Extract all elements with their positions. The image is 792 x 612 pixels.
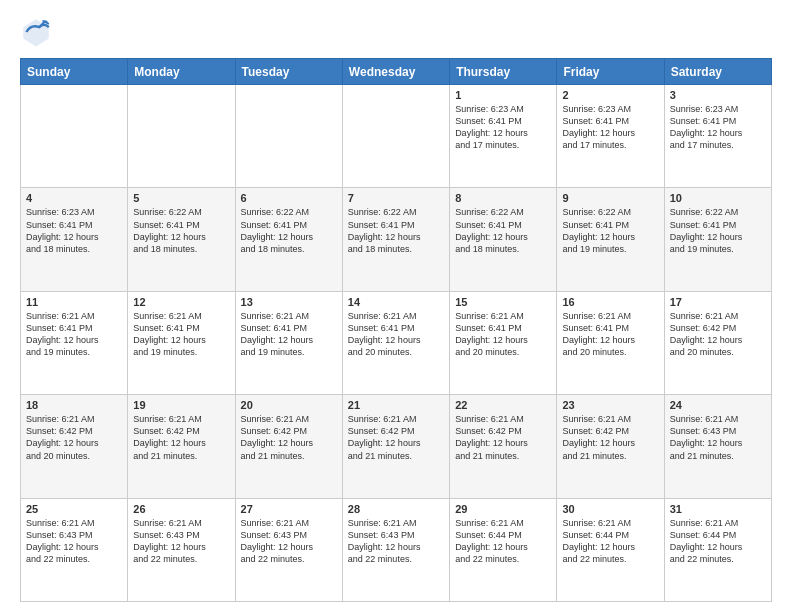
calendar-week-1: 1Sunrise: 6:23 AM Sunset: 6:41 PM Daylig… [21,85,772,188]
day-number: 4 [26,192,122,204]
day-number: 26 [133,503,229,515]
calendar-cell [342,85,449,188]
day-info: Sunrise: 6:21 AM Sunset: 6:43 PM Dayligh… [348,517,444,566]
calendar-cell: 5Sunrise: 6:22 AM Sunset: 6:41 PM Daylig… [128,188,235,291]
day-info: Sunrise: 6:21 AM Sunset: 6:44 PM Dayligh… [562,517,658,566]
day-number: 6 [241,192,337,204]
calendar-cell: 25Sunrise: 6:21 AM Sunset: 6:43 PM Dayli… [21,498,128,601]
calendar-cell: 11Sunrise: 6:21 AM Sunset: 6:41 PM Dayli… [21,291,128,394]
calendar-cell: 28Sunrise: 6:21 AM Sunset: 6:43 PM Dayli… [342,498,449,601]
day-number: 18 [26,399,122,411]
day-info: Sunrise: 6:22 AM Sunset: 6:41 PM Dayligh… [348,206,444,255]
day-number: 5 [133,192,229,204]
calendar-cell: 9Sunrise: 6:22 AM Sunset: 6:41 PM Daylig… [557,188,664,291]
calendar-header-saturday: Saturday [664,59,771,85]
day-number: 8 [455,192,551,204]
day-number: 28 [348,503,444,515]
day-info: Sunrise: 6:23 AM Sunset: 6:41 PM Dayligh… [670,103,766,152]
day-number: 30 [562,503,658,515]
calendar-cell: 30Sunrise: 6:21 AM Sunset: 6:44 PM Dayli… [557,498,664,601]
day-number: 7 [348,192,444,204]
day-number: 14 [348,296,444,308]
calendar-cell: 21Sunrise: 6:21 AM Sunset: 6:42 PM Dayli… [342,395,449,498]
calendar-header-row: SundayMondayTuesdayWednesdayThursdayFrid… [21,59,772,85]
calendar-cell: 31Sunrise: 6:21 AM Sunset: 6:44 PM Dayli… [664,498,771,601]
day-info: Sunrise: 6:22 AM Sunset: 6:41 PM Dayligh… [670,206,766,255]
day-number: 23 [562,399,658,411]
day-number: 16 [562,296,658,308]
day-info: Sunrise: 6:21 AM Sunset: 6:42 PM Dayligh… [241,413,337,462]
day-number: 12 [133,296,229,308]
day-info: Sunrise: 6:21 AM Sunset: 6:43 PM Dayligh… [241,517,337,566]
day-number: 17 [670,296,766,308]
day-info: Sunrise: 6:21 AM Sunset: 6:44 PM Dayligh… [670,517,766,566]
calendar-cell: 7Sunrise: 6:22 AM Sunset: 6:41 PM Daylig… [342,188,449,291]
day-info: Sunrise: 6:21 AM Sunset: 6:42 PM Dayligh… [133,413,229,462]
calendar-cell: 16Sunrise: 6:21 AM Sunset: 6:41 PM Dayli… [557,291,664,394]
calendar-cell [128,85,235,188]
calendar-header-tuesday: Tuesday [235,59,342,85]
day-number: 11 [26,296,122,308]
day-number: 21 [348,399,444,411]
calendar-cell: 19Sunrise: 6:21 AM Sunset: 6:42 PM Dayli… [128,395,235,498]
day-number: 2 [562,89,658,101]
calendar-cell: 4Sunrise: 6:23 AM Sunset: 6:41 PM Daylig… [21,188,128,291]
day-info: Sunrise: 6:21 AM Sunset: 6:41 PM Dayligh… [455,310,551,359]
calendar-cell: 14Sunrise: 6:21 AM Sunset: 6:41 PM Dayli… [342,291,449,394]
day-number: 27 [241,503,337,515]
calendar-header-friday: Friday [557,59,664,85]
calendar-header-thursday: Thursday [450,59,557,85]
calendar-cell: 24Sunrise: 6:21 AM Sunset: 6:43 PM Dayli… [664,395,771,498]
day-info: Sunrise: 6:21 AM Sunset: 6:42 PM Dayligh… [455,413,551,462]
calendar-cell: 12Sunrise: 6:21 AM Sunset: 6:41 PM Dayli… [128,291,235,394]
day-info: Sunrise: 6:21 AM Sunset: 6:41 PM Dayligh… [562,310,658,359]
calendar-cell [21,85,128,188]
calendar-cell: 1Sunrise: 6:23 AM Sunset: 6:41 PM Daylig… [450,85,557,188]
day-info: Sunrise: 6:23 AM Sunset: 6:41 PM Dayligh… [455,103,551,152]
day-number: 1 [455,89,551,101]
calendar-cell: 8Sunrise: 6:22 AM Sunset: 6:41 PM Daylig… [450,188,557,291]
day-info: Sunrise: 6:21 AM Sunset: 6:44 PM Dayligh… [455,517,551,566]
day-info: Sunrise: 6:21 AM Sunset: 6:41 PM Dayligh… [133,310,229,359]
calendar-cell: 10Sunrise: 6:22 AM Sunset: 6:41 PM Dayli… [664,188,771,291]
day-number: 15 [455,296,551,308]
day-info: Sunrise: 6:21 AM Sunset: 6:41 PM Dayligh… [26,310,122,359]
day-number: 3 [670,89,766,101]
day-info: Sunrise: 6:23 AM Sunset: 6:41 PM Dayligh… [26,206,122,255]
calendar-header-monday: Monday [128,59,235,85]
logo [20,16,56,48]
day-number: 9 [562,192,658,204]
day-info: Sunrise: 6:22 AM Sunset: 6:41 PM Dayligh… [455,206,551,255]
calendar-cell: 23Sunrise: 6:21 AM Sunset: 6:42 PM Dayli… [557,395,664,498]
calendar-cell [235,85,342,188]
calendar-cell: 26Sunrise: 6:21 AM Sunset: 6:43 PM Dayli… [128,498,235,601]
day-info: Sunrise: 6:21 AM Sunset: 6:42 PM Dayligh… [562,413,658,462]
calendar-cell: 13Sunrise: 6:21 AM Sunset: 6:41 PM Dayli… [235,291,342,394]
day-info: Sunrise: 6:21 AM Sunset: 6:43 PM Dayligh… [133,517,229,566]
day-info: Sunrise: 6:22 AM Sunset: 6:41 PM Dayligh… [133,206,229,255]
calendar-week-3: 11Sunrise: 6:21 AM Sunset: 6:41 PM Dayli… [21,291,772,394]
day-info: Sunrise: 6:21 AM Sunset: 6:42 PM Dayligh… [348,413,444,462]
calendar-cell: 20Sunrise: 6:21 AM Sunset: 6:42 PM Dayli… [235,395,342,498]
day-number: 13 [241,296,337,308]
day-info: Sunrise: 6:22 AM Sunset: 6:41 PM Dayligh… [241,206,337,255]
logo-icon [20,16,52,48]
header [20,16,772,48]
day-number: 22 [455,399,551,411]
day-info: Sunrise: 6:21 AM Sunset: 6:43 PM Dayligh… [26,517,122,566]
calendar-week-2: 4Sunrise: 6:23 AM Sunset: 6:41 PM Daylig… [21,188,772,291]
calendar-cell: 3Sunrise: 6:23 AM Sunset: 6:41 PM Daylig… [664,85,771,188]
calendar-cell: 29Sunrise: 6:21 AM Sunset: 6:44 PM Dayli… [450,498,557,601]
day-info: Sunrise: 6:21 AM Sunset: 6:43 PM Dayligh… [670,413,766,462]
calendar-cell: 22Sunrise: 6:21 AM Sunset: 6:42 PM Dayli… [450,395,557,498]
calendar-header-wednesday: Wednesday [342,59,449,85]
svg-marker-0 [23,19,49,46]
calendar-cell: 6Sunrise: 6:22 AM Sunset: 6:41 PM Daylig… [235,188,342,291]
day-number: 20 [241,399,337,411]
calendar-table: SundayMondayTuesdayWednesdayThursdayFrid… [20,58,772,602]
day-info: Sunrise: 6:23 AM Sunset: 6:41 PM Dayligh… [562,103,658,152]
day-number: 10 [670,192,766,204]
day-number: 24 [670,399,766,411]
calendar-cell: 2Sunrise: 6:23 AM Sunset: 6:41 PM Daylig… [557,85,664,188]
calendar-cell: 18Sunrise: 6:21 AM Sunset: 6:42 PM Dayli… [21,395,128,498]
